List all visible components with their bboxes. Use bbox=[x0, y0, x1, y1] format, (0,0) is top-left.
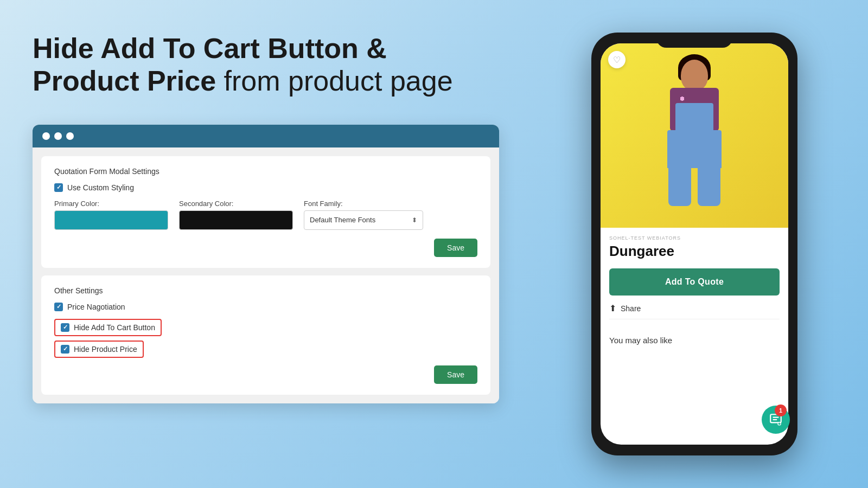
primary-color-swatch[interactable] bbox=[54, 210, 168, 230]
hide-product-price-row: Hide Product Price bbox=[54, 341, 144, 358]
phone-frame: ♡ SOHEL-TEST WEBIATORS Dungaree Add To Q… bbox=[591, 33, 797, 455]
phone-notch bbox=[656, 33, 732, 48]
product-brand: SOHEL-TEST WEBIATORS bbox=[609, 235, 780, 241]
product-image: ♡ bbox=[601, 43, 788, 228]
figure-leg-right bbox=[698, 163, 720, 206]
other-settings-title: Other Settings bbox=[54, 286, 477, 295]
browser-body: Quotation Form Modal Settings Use Custom… bbox=[33, 147, 499, 403]
share-row: ⬆ Share bbox=[609, 303, 780, 313]
browser-dot-1 bbox=[42, 132, 50, 140]
secondary-color-swatch[interactable] bbox=[179, 210, 293, 230]
add-to-quote-button[interactable]: Add To Quote bbox=[609, 268, 780, 296]
fashion-figure bbox=[640, 49, 749, 222]
share-icon: ⬆ bbox=[609, 303, 616, 313]
quotation-save-row: Save bbox=[54, 239, 477, 257]
secondary-color-field: Secondary Color: bbox=[179, 200, 293, 230]
hero-title: Hide Add To Cart Button & Product Price … bbox=[33, 33, 488, 98]
you-may-also-like: You may also like bbox=[601, 331, 788, 349]
left-section: Hide Add To Cart Button & Product Price … bbox=[0, 0, 521, 425]
figure-head bbox=[681, 60, 708, 91]
quotation-form-panel: Quotation Form Modal Settings Use Custom… bbox=[41, 156, 490, 268]
secondary-color-label: Secondary Color: bbox=[179, 200, 293, 208]
price-negotiation-label: Price Nagotiation bbox=[67, 303, 125, 311]
use-custom-styling-row: Use Custom Styling bbox=[54, 183, 477, 192]
font-family-label: Font Family: bbox=[304, 200, 423, 208]
other-settings-panel: Other Settings Price Nagotiation Hide Ad… bbox=[41, 275, 490, 395]
price-negotiation-checkbox[interactable] bbox=[54, 303, 63, 311]
font-select-arrow-icon: ⬍ bbox=[412, 216, 417, 224]
primary-color-field: Primary Color: bbox=[54, 200, 168, 230]
divider bbox=[609, 319, 780, 319]
figure-leg-left bbox=[668, 163, 691, 206]
hide-product-price-label: Hide Product Price bbox=[74, 345, 137, 354]
price-negotiation-row: Price Nagotiation bbox=[54, 303, 477, 311]
fab-notification-badge: 1 bbox=[775, 404, 787, 416]
browser-dot-2 bbox=[54, 132, 62, 140]
hide-product-price-checkbox[interactable] bbox=[61, 345, 69, 354]
wishlist-button[interactable]: ♡ bbox=[608, 51, 626, 68]
product-info: SOHEL-TEST WEBIATORS Dungaree Add To Quo… bbox=[601, 228, 788, 331]
other-settings-save-row: Save bbox=[54, 365, 477, 384]
hide-add-to-cart-row: Hide Add To Cart Button bbox=[54, 319, 162, 336]
hide-add-to-cart-checkbox[interactable] bbox=[61, 323, 69, 332]
primary-color-label: Primary Color: bbox=[54, 200, 168, 208]
color-row: Primary Color: Secondary Color: Font Fam… bbox=[54, 200, 477, 230]
other-settings-save-button[interactable]: Save bbox=[434, 365, 477, 384]
use-custom-styling-label: Use Custom Styling bbox=[67, 183, 134, 192]
quotation-panel-title: Quotation Form Modal Settings bbox=[54, 167, 477, 176]
use-custom-styling-checkbox[interactable] bbox=[54, 183, 63, 192]
right-section: ♡ SOHEL-TEST WEBIATORS Dungaree Add To Q… bbox=[521, 0, 868, 488]
browser-dot-3 bbox=[66, 132, 74, 140]
product-name: Dungaree bbox=[609, 243, 780, 260]
font-family-select[interactable]: Default Theme Fonts ⬍ bbox=[304, 210, 423, 230]
hide-add-to-cart-label: Hide Add To Cart Button bbox=[74, 323, 155, 332]
share-text: Share bbox=[621, 304, 641, 313]
browser-window: Quotation Form Modal Settings Use Custom… bbox=[33, 125, 499, 403]
phone-screen: ♡ SOHEL-TEST WEBIATORS Dungaree Add To Q… bbox=[601, 43, 788, 445]
browser-titlebar bbox=[33, 125, 499, 147]
quotation-save-button[interactable]: Save bbox=[434, 239, 477, 257]
font-family-field: Font Family: Default Theme Fonts ⬍ bbox=[304, 200, 423, 230]
